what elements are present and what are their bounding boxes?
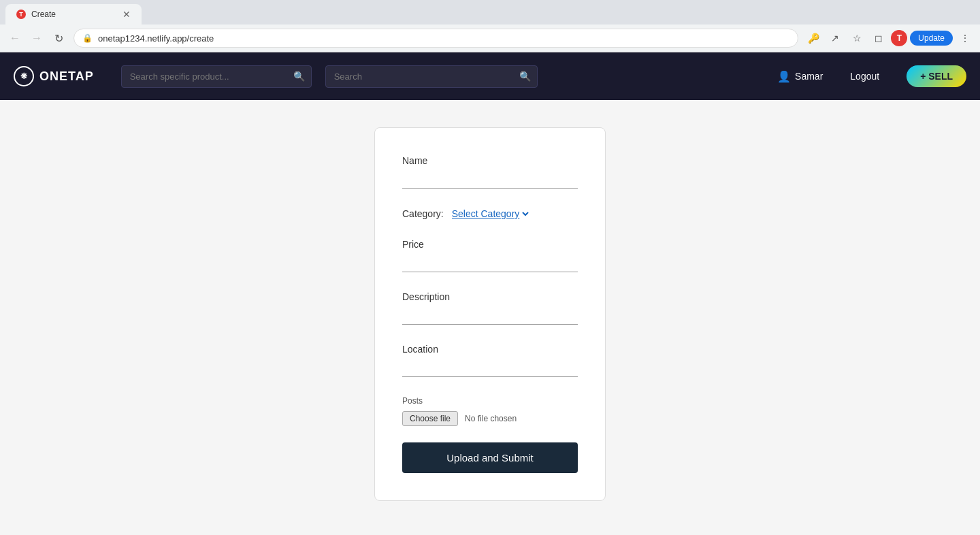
browser-tab[interactable]: T Create ✕ bbox=[5, 4, 142, 25]
nav-buttons: ← → ↻ bbox=[5, 29, 68, 48]
search-main-icon: 🔍 bbox=[519, 71, 531, 82]
search-main-input[interactable] bbox=[325, 65, 538, 88]
navbar-logo-text: ONETAP bbox=[39, 69, 94, 84]
create-form-card: Name Category: Select Category Price Des… bbox=[374, 127, 606, 501]
bookmark-icon[interactable]: ☆ bbox=[847, 29, 866, 48]
category-select[interactable]: Select Category bbox=[449, 208, 531, 220]
name-label: Name bbox=[402, 155, 578, 166]
navbar-user: 👤 Samar bbox=[777, 70, 823, 83]
logo-icon: ❋ bbox=[14, 66, 34, 86]
back-button[interactable]: ← bbox=[5, 29, 24, 48]
search-specific-icon: 🔍 bbox=[293, 71, 305, 82]
logout-button[interactable]: Logout bbox=[850, 71, 879, 82]
location-field-group: Location bbox=[402, 344, 578, 377]
menu-button[interactable]: ⋮ bbox=[956, 29, 975, 48]
description-field-group: Description bbox=[402, 291, 578, 325]
main-content: Name Category: Select Category Price Des… bbox=[0, 100, 980, 535]
description-label: Description bbox=[402, 291, 578, 302]
name-field-group: Name bbox=[402, 155, 578, 189]
location-input[interactable] bbox=[402, 360, 578, 377]
navbar-search-specific: 🔍 bbox=[121, 65, 312, 88]
reload-button[interactable]: ↻ bbox=[49, 29, 68, 48]
price-label: Price bbox=[402, 239, 578, 250]
extension-icon[interactable]: ◻ bbox=[869, 29, 888, 48]
tab-title: Create bbox=[31, 10, 56, 19]
address-bar[interactable]: 🔒 onetap1234.netlify.app/create bbox=[74, 29, 798, 48]
description-input[interactable] bbox=[402, 308, 578, 325]
navbar-search-main: 🔍 bbox=[325, 65, 538, 88]
tab-favicon: T bbox=[16, 10, 26, 19]
lock-icon: 🔒 bbox=[82, 33, 93, 43]
category-label: Category: bbox=[402, 208, 444, 219]
url-text: onetap1234.netlify.app/create bbox=[98, 33, 214, 44]
posts-label: Posts bbox=[402, 396, 578, 406]
price-field-group: Price bbox=[402, 239, 578, 272]
update-button[interactable]: Update bbox=[910, 31, 953, 46]
sell-button[interactable]: + SELL bbox=[906, 65, 966, 87]
navbar-logo: ❋ ONETAP bbox=[14, 66, 94, 86]
browser-tabs: T Create ✕ bbox=[0, 0, 980, 25]
profile-avatar: T bbox=[891, 30, 907, 46]
file-input-wrapper: Choose file No file chosen bbox=[402, 411, 578, 426]
no-file-text: No file chosen bbox=[465, 414, 517, 423]
name-input[interactable] bbox=[402, 172, 578, 189]
user-icon: 👤 bbox=[777, 70, 791, 83]
file-upload-section: Posts Choose file No file chosen bbox=[402, 396, 578, 426]
tab-close-icon[interactable]: ✕ bbox=[122, 9, 131, 20]
navbar-username: Samar bbox=[795, 71, 823, 82]
search-specific-input[interactable] bbox=[121, 65, 312, 88]
forward-button[interactable]: → bbox=[27, 29, 46, 48]
navbar: ❋ ONETAP 🔍 🔍 👤 Samar Logout + SELL bbox=[0, 52, 980, 100]
category-field-group: Category: Select Category bbox=[402, 208, 578, 220]
share-icon[interactable]: ↗ bbox=[826, 29, 845, 48]
browser-actions: 🔑 ↗ ☆ ◻ T Update ⋮ bbox=[804, 29, 975, 48]
key-icon[interactable]: 🔑 bbox=[804, 29, 823, 48]
price-input[interactable] bbox=[402, 255, 578, 272]
app-wrapper: ❋ ONETAP 🔍 🔍 👤 Samar Logout + SELL Name bbox=[0, 52, 980, 535]
browser-controls: ← → ↻ 🔒 onetap1234.netlify.app/create 🔑 … bbox=[0, 25, 980, 52]
location-label: Location bbox=[402, 344, 578, 355]
upload-submit-button[interactable]: Upload and Submit bbox=[402, 442, 578, 473]
browser-chrome: T Create ✕ ← → ↻ 🔒 onetap1234.netlify.ap… bbox=[0, 0, 980, 52]
choose-file-button[interactable]: Choose file bbox=[402, 411, 458, 426]
